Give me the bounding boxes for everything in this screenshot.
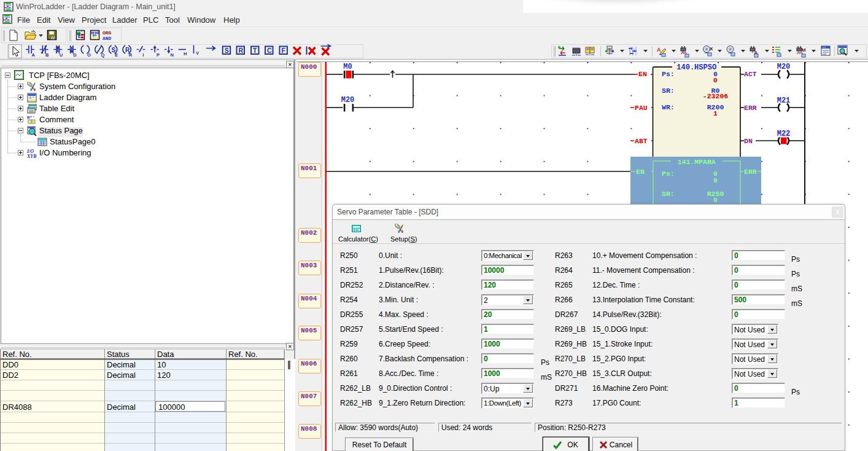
svg-text:DN: DN bbox=[744, 137, 753, 145]
svg-text:I: I bbox=[142, 52, 144, 58]
svg-text:B: B bbox=[45, 52, 49, 58]
svg-text:EN: EN bbox=[636, 168, 645, 176]
svg-text:AND: AND bbox=[103, 36, 112, 41]
svg-text:SR:: SR: bbox=[662, 190, 675, 198]
svg-text:T: T bbox=[253, 47, 257, 54]
svg-text:V: V bbox=[196, 50, 199, 56]
svg-text:U: U bbox=[60, 52, 63, 58]
svg-text:M20: M20 bbox=[341, 96, 355, 104]
svg-text:X: X bbox=[710, 46, 713, 52]
svg-text:Ps:: Ps: bbox=[662, 170, 675, 178]
svg-text:O: O bbox=[87, 52, 91, 58]
svg-text:ABT: ABT bbox=[635, 137, 648, 145]
svg-text:WR:: WR: bbox=[662, 103, 675, 111]
svg-text:A: A bbox=[657, 47, 661, 53]
svg-text:1: 1 bbox=[713, 109, 718, 117]
svg-text:ERR: ERR bbox=[744, 168, 757, 176]
svg-text:R: R bbox=[239, 47, 244, 54]
svg-text:H: H bbox=[184, 51, 187, 57]
svg-text:F: F bbox=[281, 47, 285, 54]
svg-text:XYR: XYR bbox=[27, 154, 37, 158]
svg-text:SR:: SR: bbox=[662, 87, 675, 95]
svg-text:ORG: ORG bbox=[103, 30, 112, 36]
svg-text:M21: M21 bbox=[777, 96, 791, 105]
svg-text:N: N bbox=[171, 52, 174, 58]
svg-text:Ps:: Ps: bbox=[662, 70, 675, 78]
svg-text:0: 0 bbox=[713, 196, 718, 204]
svg-text:D: D bbox=[73, 52, 77, 58]
svg-text:E: E bbox=[115, 52, 118, 58]
svg-text:M0: M0 bbox=[343, 63, 352, 71]
svg-text:A: A bbox=[32, 52, 36, 58]
svg-text:ERR: ERR bbox=[744, 104, 757, 112]
svg-text:M20: M20 bbox=[777, 63, 791, 71]
svg-text:140.HSPSO: 140.HSPSO bbox=[676, 63, 716, 72]
svg-text:M22: M22 bbox=[777, 130, 791, 138]
svg-text:M: M bbox=[802, 47, 806, 53]
svg-text:-23206: -23206 bbox=[703, 92, 729, 100]
svg-text:P: P bbox=[157, 52, 160, 58]
svg-text:0: 0 bbox=[713, 176, 718, 184]
svg-text:ACT: ACT bbox=[744, 70, 757, 78]
svg-text:141.MPARA: 141.MPARA bbox=[678, 158, 716, 166]
svg-text:R: R bbox=[129, 52, 133, 58]
svg-text:S: S bbox=[225, 47, 229, 54]
svg-text:Q: Q bbox=[101, 52, 105, 58]
svg-text:PAU: PAU bbox=[635, 104, 648, 112]
svg-text:0: 0 bbox=[713, 76, 718, 84]
svg-text:EN: EN bbox=[638, 70, 647, 78]
svg-text:C: C bbox=[267, 47, 272, 54]
